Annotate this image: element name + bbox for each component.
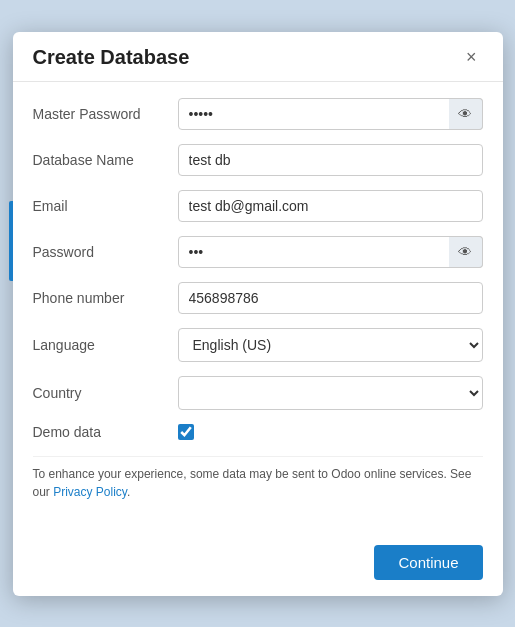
email-input[interactable]: [178, 190, 483, 222]
phone-wrap: [178, 282, 483, 314]
modal-footer: Continue: [13, 535, 503, 596]
database-name-input[interactable]: [178, 144, 483, 176]
master-password-input[interactable]: [178, 98, 483, 130]
phone-label: Phone number: [33, 290, 178, 306]
phone-row: Phone number: [33, 282, 483, 314]
database-name-row: Database Name: [33, 144, 483, 176]
master-password-label: Master Password: [33, 106, 178, 122]
modal-body: Master Password 👁 Database Name Email: [13, 82, 503, 535]
demo-data-label: Demo data: [33, 424, 178, 440]
continue-button[interactable]: Continue: [374, 545, 482, 580]
country-row: Country: [33, 376, 483, 410]
demo-data-row: Demo data: [33, 424, 483, 440]
info-text: To enhance your experience, some data ma…: [33, 456, 483, 501]
language-wrap: English (US) French German Spanish: [178, 328, 483, 362]
country-select[interactable]: [178, 376, 483, 410]
close-button[interactable]: ×: [460, 46, 483, 68]
language-row: Language English (US) French German Span…: [33, 328, 483, 362]
password-wrap: 👁: [178, 236, 483, 268]
password-input[interactable]: [178, 236, 483, 268]
email-row: Email: [33, 190, 483, 222]
password-row: Password 👁: [33, 236, 483, 268]
privacy-policy-link[interactable]: Privacy Policy: [53, 485, 127, 499]
database-name-label: Database Name: [33, 152, 178, 168]
language-select[interactable]: English (US) French German Spanish: [178, 328, 483, 362]
database-name-wrap: [178, 144, 483, 176]
email-wrap: [178, 190, 483, 222]
master-password-wrap: 👁: [178, 98, 483, 130]
password-toggle[interactable]: 👁: [449, 236, 483, 268]
master-password-toggle[interactable]: 👁: [449, 98, 483, 130]
language-label: Language: [33, 337, 178, 353]
eye-icon: 👁: [458, 106, 472, 122]
demo-data-checkbox[interactable]: [178, 424, 194, 440]
create-database-modal: Create Database × Master Password 👁 Data…: [13, 32, 503, 596]
modal-header: Create Database ×: [13, 32, 503, 82]
email-label: Email: [33, 198, 178, 214]
phone-input[interactable]: [178, 282, 483, 314]
country-wrap: [178, 376, 483, 410]
country-label: Country: [33, 385, 178, 401]
eye-icon-2: 👁: [458, 244, 472, 260]
master-password-row: Master Password 👁: [33, 98, 483, 130]
modal-title: Create Database: [33, 46, 190, 69]
info-text-after: .: [127, 485, 130, 499]
left-accent: [9, 201, 13, 281]
password-label: Password: [33, 244, 178, 260]
